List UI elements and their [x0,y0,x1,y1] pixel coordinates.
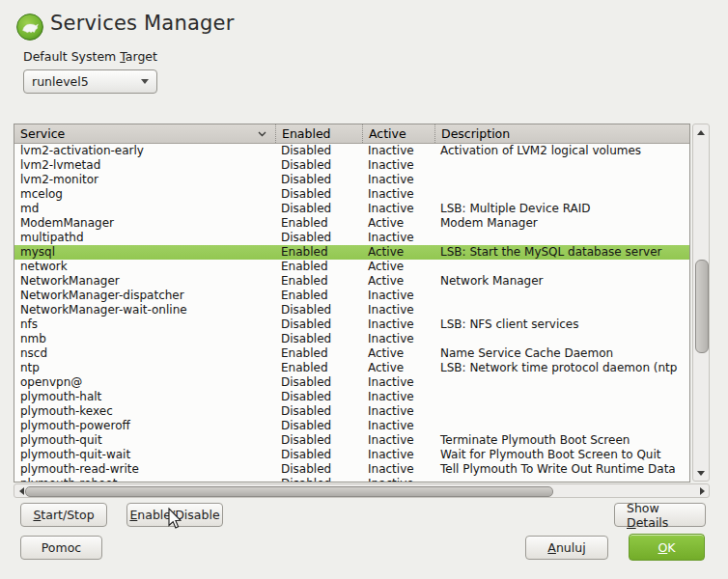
ok-button[interactable]: OK [629,534,705,561]
cell-active: Active [362,260,434,274]
vertical-scrollbar-thumb[interactable] [695,260,709,353]
start-stop-button[interactable]: Start/Stop [20,503,107,527]
table-row[interactable]: lvm2-lvmetadDisabledInactive [14,158,689,173]
cell-service: openvpn@ [14,375,275,390]
cell-active: Inactive [362,332,434,346]
table-row[interactable]: mcelogDisabledInactive [14,187,689,202]
cell-desc: Modem Manager [434,216,689,231]
yast-services-icon [15,13,44,41]
table-row[interactable]: ModemManagerEnabledActiveModem Manager [14,216,689,231]
table-row[interactable]: openvpn@DisabledInactive [14,375,689,390]
cell-active: Active [362,346,434,361]
scroll-up-button[interactable] [693,125,709,139]
column-header-service[interactable]: Service [14,124,275,143]
sort-chevron-down-icon [258,131,266,137]
cancel-button[interactable]: Anuluj [525,536,608,560]
cell-enabled: Disabled [275,448,362,462]
show-details-button[interactable]: Show Details [614,503,706,527]
cell-service: network [14,260,275,274]
cell-service: lvm2-monitor [14,173,275,187]
cell-desc [434,375,689,390]
cell-active: Inactive [362,433,434,448]
column-label: Enabled [282,126,331,141]
table-row[interactable]: multipathdDisabledInactive [14,231,689,245]
column-header-active[interactable]: Active [362,124,434,143]
horizontal-scrollbar[interactable] [14,483,710,498]
table-row[interactable]: plymouth-haltDisabledInactive [14,390,689,404]
scroll-down-button[interactable] [693,466,709,480]
table-row[interactable]: ntpEnabledActiveLSB: Network time protoc… [14,361,689,375]
table-row[interactable]: NetworkManagerEnabledActiveNetwork Manag… [14,274,689,289]
cell-service: NetworkManager-wait-online [14,303,275,317]
cell-active: Active [362,361,434,375]
table-row[interactable]: NetworkManager-wait-onlineDisabledInacti… [14,303,689,317]
table-row[interactable]: plymouth-quit-waitDisabledInactiveWait f… [14,448,689,462]
table-row[interactable]: mdDisabledInactiveLSB: Multiple Device R… [14,202,689,216]
button-text: tart/Stop [41,508,94,522]
button-text: K [667,540,675,555]
enable-disable-button[interactable]: Enable/Disable [126,503,223,527]
column-header-description[interactable]: Description [434,124,689,143]
cell-desc: LSB: Network time protocol daemon (ntp [434,361,689,375]
table-row[interactable]: plymouth-poweroffDisabledInactive [14,419,689,433]
table-row[interactable]: nmbDisabledInactive [14,332,689,346]
cell-enabled: Disabled [275,332,362,346]
cell-enabled: Disabled [275,477,362,482]
arrow-down-icon [697,471,705,476]
cell-active: Inactive [362,462,434,477]
table-row[interactable]: plymouth-quitDisabledInactiveTerminate P… [14,433,689,448]
cell-service: plymouth-reboot [14,477,275,482]
cell-active: Inactive [362,173,434,187]
cell-service: plymouth-halt [14,390,275,404]
scroll-right-button[interactable] [696,484,708,497]
column-header-enabled[interactable]: Enabled [275,124,362,143]
table-row[interactable]: NetworkManager-dispatcherEnabledInactive [14,289,689,303]
horizontal-scrollbar-thumb[interactable] [25,486,553,497]
cell-enabled: Enabled [275,260,362,274]
cell-service: mysql [14,245,275,260]
default-target-dropdown[interactable]: runlevel5 [23,69,157,94]
cell-desc: LSB: Start the MySQL database server [434,245,689,260]
label-text: Default System [23,49,120,64]
table-row[interactable]: nscdEnabledActiveName Service Cache Daem… [14,346,689,361]
cell-service: multipathd [14,231,275,245]
button-mnemonic: D [627,515,636,530]
cell-desc [434,303,689,317]
table-row[interactable]: plymouth-rebootDisabledInactive [14,477,689,482]
cell-enabled: Disabled [275,158,362,173]
cell-desc: Name Service Cache Daemon [434,346,689,361]
cell-desc: Network Manager [434,274,689,289]
table-header: Service Enabled Active Description [14,124,689,144]
cell-service: NetworkManager [14,274,275,289]
table-row[interactable]: lvm2-monitorDisabledInactive [14,173,689,187]
cell-service: plymouth-quit [14,433,275,448]
cell-desc [434,404,689,419]
cell-active: Inactive [362,231,434,245]
cell-active: Inactive [362,187,434,202]
services-table: Service Enabled Active Description lvm2-… [14,124,690,482]
cell-enabled: Disabled [275,375,362,390]
help-button[interactable]: Pomoc [20,536,102,560]
cell-desc [434,332,689,346]
cell-desc [434,260,689,274]
cell-enabled: Enabled [275,245,362,260]
cell-enabled: Disabled [275,187,362,202]
table-row[interactable]: lvm2-activation-earlyDisabledInactiveAct… [14,144,689,158]
cell-desc [434,187,689,202]
table-row[interactable]: mysqlEnabledActiveLSB: Start the MySQL d… [14,245,689,260]
vertical-scrollbar[interactable] [692,124,710,482]
cell-enabled: Disabled [275,433,362,448]
table-row[interactable]: plymouth-kexecDisabledInactive [14,404,689,419]
table-row[interactable]: nfsDisabledInactiveLSB: NFS client servi… [14,317,689,332]
chevron-down-icon [141,79,149,84]
cell-service: md [14,202,275,216]
table-row[interactable]: networkEnabledActive [14,260,689,274]
cell-service: lvm2-activation-early [14,144,275,158]
dropdown-value: runlevel5 [32,74,89,89]
cell-desc: Wait for Plymouth Boot Screen to Quit [434,448,689,462]
cell-active: Inactive [362,477,434,482]
cell-enabled: Enabled [275,274,362,289]
cell-service: nfs [14,317,275,332]
cell-desc: LSB: Multiple Device RAID [434,202,689,216]
table-row[interactable]: plymouth-read-writeDisabledInactiveTell … [14,462,689,477]
